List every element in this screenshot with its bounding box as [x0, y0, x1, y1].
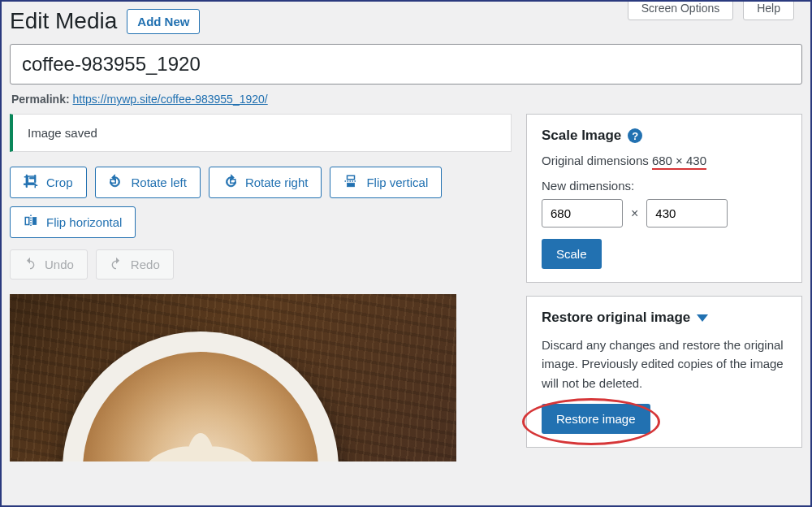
rotate-left-label: Rotate left: [132, 176, 187, 189]
x-separator: ×: [631, 206, 638, 221]
undo-icon: [24, 257, 37, 272]
redo-label: Redo: [131, 258, 160, 271]
image-preview[interactable]: [10, 294, 456, 462]
media-title-input[interactable]: [10, 44, 802, 84]
flip-vertical-icon: [343, 174, 358, 191]
restore-title[interactable]: Restore original image: [542, 310, 690, 326]
restore-image-button[interactable]: Restore image: [542, 404, 650, 434]
flip-horizontal-button[interactable]: Flip horizontal: [10, 206, 136, 238]
permalink-label: Permalink:: [11, 93, 70, 106]
flip-vertical-button[interactable]: Flip vertical: [330, 167, 442, 198]
scale-button[interactable]: Scale: [542, 239, 602, 269]
undo-label: Undo: [45, 258, 74, 271]
rotate-left-button[interactable]: Rotate left: [95, 167, 201, 198]
orig-label: Original dimensions: [542, 154, 649, 167]
restore-image-box: Restore original image Discard any chang…: [526, 296, 802, 448]
svg-rect-0: [110, 180, 115, 184]
flip-horizontal-label: Flip horizontal: [46, 215, 122, 229]
help-button[interactable]: Help: [743, 0, 794, 20]
flip-vertical-label: Flip vertical: [366, 176, 428, 189]
undo-button: Undo: [10, 249, 88, 280]
crop-label: Crop: [46, 176, 73, 189]
rotate-right-icon: [222, 174, 237, 191]
notice-saved: Image saved: [10, 114, 512, 152]
redo-icon: [110, 257, 123, 272]
svg-rect-1: [231, 180, 235, 184]
help-icon[interactable]: ?: [628, 128, 642, 143]
svg-rect-5: [25, 218, 29, 225]
screen-options-button[interactable]: Screen Options: [628, 0, 734, 20]
crop-icon: [24, 174, 38, 191]
flip-horizontal-icon: [24, 214, 38, 231]
page-title: Edit Media: [10, 8, 117, 34]
scale-title: Scale Image: [542, 128, 621, 144]
new-dimensions-label: New dimensions:: [542, 179, 787, 193]
rotate-left-icon: [109, 174, 123, 191]
redo-button: Redo: [96, 249, 174, 280]
scale-height-input[interactable]: [646, 199, 728, 228]
add-new-button[interactable]: Add New: [127, 9, 200, 34]
scale-width-input[interactable]: [542, 199, 623, 228]
original-dimensions: Original dimensions 680 × 430: [542, 154, 706, 167]
svg-rect-6: [32, 218, 37, 225]
scale-image-box: Scale Image ? Original dimensions 680 × …: [526, 114, 802, 283]
crop-button[interactable]: Crop: [10, 167, 87, 198]
permalink: Permalink: https://mywp.site/coffee-9839…: [2, 89, 810, 114]
orig-value: 680 × 430: [652, 154, 706, 170]
permalink-url[interactable]: https://mywp.site/coffee-983955_1920/: [72, 93, 267, 106]
chevron-down-icon[interactable]: [697, 314, 708, 322]
rotate-right-label: Rotate right: [245, 176, 309, 189]
svg-rect-3: [348, 183, 355, 187]
restore-description: Discard any changes and restore the orig…: [542, 336, 787, 392]
rotate-right-button[interactable]: Rotate right: [209, 167, 322, 198]
svg-rect-2: [348, 176, 355, 180]
